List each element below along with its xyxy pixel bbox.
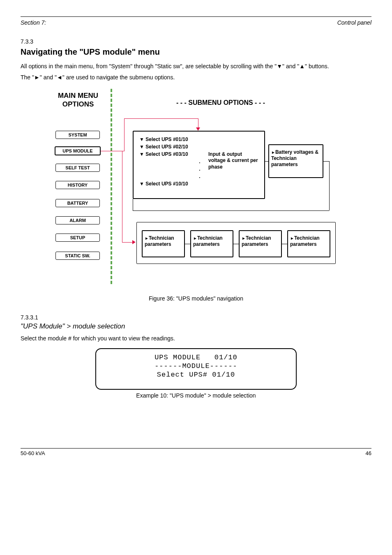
footer-left: 50-60 kVA: [21, 450, 45, 456]
main-submenu-divider: [111, 89, 112, 284]
down-triangle-icon: ▼: [277, 63, 282, 69]
tech-box-2: ►Technician parameters: [190, 230, 233, 257]
menu-static-sw: STATIC SW.: [55, 252, 100, 260]
tech-box-3: ►Technician parameters: [239, 230, 282, 257]
ups-select-1: ▼ Select UPS #01/10: [139, 136, 260, 143]
battery-box: ►Battery voltages & Technician parameter…: [268, 144, 323, 178]
left-triangle-icon: ◄: [57, 74, 62, 81]
subsection-text: Select the module # for which you want t…: [21, 335, 371, 342]
tech-box-4: ►Technician parameters: [287, 230, 330, 257]
io-label: Input & output voltage & current per pha…: [208, 151, 260, 171]
lcd-display: UPS MODULE 01/10 ------MODULE------ Sele…: [95, 348, 297, 390]
subsection-title: "UPS Module" > module selection: [21, 322, 371, 331]
menu-alarm: ALARM: [55, 216, 100, 224]
menu-diagram: MAIN MENU OPTIONS - - - SUBMENU OPTIONS …: [52, 86, 340, 287]
right-triangle-icon: ►: [193, 236, 197, 240]
menu-ups-module: UPS MODULE: [55, 146, 101, 155]
menu-system: SYSTEM: [55, 131, 100, 139]
tech-box-1: ►Technician parameters: [142, 230, 185, 257]
menu-history: HISTORY: [55, 181, 100, 189]
menu-setup: SETUP: [55, 234, 100, 242]
right-triangle-icon: ►: [290, 236, 294, 240]
lcd-line-3: Select UPS# 01/10: [96, 370, 296, 379]
ups-select-10: ▼ Select UPS #10/10: [139, 180, 260, 187]
right-triangle-icon: ►: [34, 74, 40, 81]
header-topic: Control panel: [337, 19, 371, 26]
right-triangle-icon: ►: [242, 236, 246, 240]
subsection-number: 7.3.3.1: [21, 314, 371, 321]
lcd-line-2: ------MODULE------: [96, 362, 296, 370]
up-triangle-icon: ▲: [299, 63, 305, 69]
ups-select-2: ▼ Select UPS #02/10: [139, 143, 260, 150]
menu-battery: BATTERY: [55, 199, 100, 207]
right-triangle-icon: ►: [271, 150, 275, 155]
section-number: 7.3.3: [21, 38, 371, 45]
submenu-heading: - - - SUBMENU OPTIONS - - -: [151, 99, 291, 107]
footer-page: 46: [366, 450, 371, 456]
ups-select-box: ▼ Select UPS #01/10 ▼ Select UPS #02/10 …: [133, 131, 265, 199]
figure-caption: Figure 36: "UPS modules" navigation: [21, 295, 371, 302]
lcd-line-1: UPS MODULE 01/10: [96, 353, 296, 362]
main-menu-heading: MAIN MENU OPTIONS: [54, 91, 102, 109]
example-caption: Example 10: "UPS module" > module select…: [21, 392, 371, 399]
section-title: Navigating the "UPS module" menu: [21, 47, 371, 57]
paragraph-2: The "►" and "◄" are used to navigate the…: [21, 74, 371, 81]
menu-self-test: SELF TEST: [55, 164, 100, 172]
header-section: Section 7:: [21, 19, 46, 26]
right-triangle-icon: ►: [145, 236, 149, 240]
paragraph-1: All options in the main menu, from "Syst…: [21, 62, 371, 70]
